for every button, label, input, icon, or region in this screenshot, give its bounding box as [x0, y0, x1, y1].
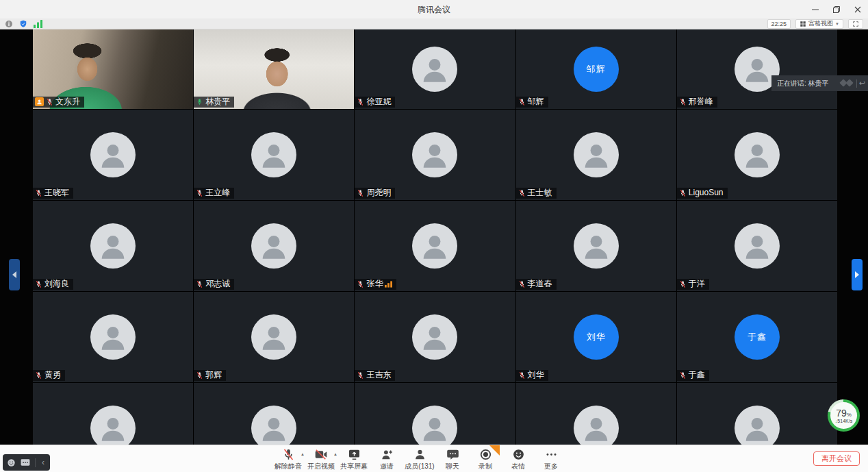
banner-divider: [856, 79, 857, 88]
participant-tile[interactable]: 王晓军: [33, 110, 193, 200]
collapse-arrow-icon[interactable]: ↩: [859, 79, 865, 87]
window-title: 腾讯会议: [418, 3, 450, 15]
network-quality-icon[interactable]: [34, 20, 42, 28]
restore-button[interactable]: [826, 0, 847, 18]
avatar: [412, 314, 457, 360]
minimize-button[interactable]: [804, 0, 826, 18]
mic-muted-icon: [357, 98, 364, 106]
unmute-button[interactable]: 解除静音 ▲: [272, 447, 305, 471]
avatar: [412, 132, 457, 177]
mic-muted-icon: [679, 371, 687, 380]
host-badge-icon: [35, 97, 44, 106]
window-controls: [804, 0, 868, 18]
participant-name-tag: 王晓军: [33, 188, 73, 199]
participant-tile[interactable]: [516, 383, 676, 445]
invite-person-icon: [381, 447, 394, 461]
participant-tile[interactable]: 王吉东: [355, 292, 515, 382]
person-silhouette-icon: [580, 139, 612, 171]
participant-tile[interactable]: [677, 383, 837, 445]
active-speaker-label: 正在讲话: 林贵平: [777, 79, 837, 88]
chat-bubble-icon: [446, 447, 459, 461]
participant-name-tag: 刘海良: [33, 279, 73, 290]
avatar: [412, 406, 457, 445]
participant-tile[interactable]: 徐亚妮: [355, 29, 515, 109]
participant-tile[interactable]: 于洋: [677, 201, 837, 291]
initials-avatar: 于鑫: [735, 314, 780, 360]
initials-avatar: 邹辉: [574, 47, 619, 92]
close-button[interactable]: [847, 0, 868, 18]
participant-tile[interactable]: 张华: [355, 201, 515, 291]
participant-tile[interactable]: 林贵平: [194, 29, 354, 109]
emoji-quick-icon[interactable]: [7, 458, 16, 467]
mic-muted-icon: [518, 371, 526, 380]
participant-tile[interactable]: 周尧明: [355, 110, 515, 200]
share-screen-button[interactable]: 共享屏幕: [337, 447, 370, 471]
keyboard-icon[interactable]: [21, 458, 30, 467]
security-shield-icon[interactable]: [19, 20, 27, 28]
participant-name: 王立峰: [205, 188, 230, 197]
participant-name: 王吉东: [366, 371, 391, 380]
record-button[interactable]: 录制: [469, 447, 502, 471]
meeting-info-icon[interactable]: [5, 20, 13, 28]
participant-tile[interactable]: 文东升: [33, 29, 193, 109]
previous-page-button[interactable]: [9, 259, 20, 290]
avatar: [90, 132, 136, 177]
participant-tile[interactable]: 黄勇: [33, 292, 193, 382]
chat-button[interactable]: 聊天: [436, 447, 469, 471]
participant-tile[interactable]: 邓志诚: [194, 201, 354, 291]
share-screen-label: 共享屏幕: [340, 462, 368, 471]
participant-tile[interactable]: 邹辉邹辉: [516, 29, 676, 109]
participant-name-tag: 徐亚妮: [355, 97, 395, 108]
person-silhouette-icon: [580, 230, 612, 262]
next-page-button[interactable]: [852, 259, 863, 290]
unmute-label: 解除静音: [275, 462, 302, 471]
initials-avatar: 刘华: [574, 314, 619, 360]
emoji-button[interactable]: 表情: [502, 447, 535, 471]
person-silhouette-icon: [741, 412, 773, 444]
members-button[interactable]: 成员(131): [403, 447, 436, 471]
participant-tile[interactable]: [33, 383, 193, 445]
mic-muted-icon: [357, 189, 364, 197]
participant-name-tag: 张华: [355, 279, 396, 290]
view-mode-label: 宫格视图: [808, 19, 833, 28]
participant-tile[interactable]: [194, 383, 354, 445]
participant-grid: 文东升林贵平徐亚妮邹辉邹辉邢誉峰王晓军王立峰周尧明王士敏LiguoSun刘海良邓…: [33, 29, 837, 445]
camera-off-icon: [314, 447, 328, 461]
avatar: [735, 223, 780, 269]
performance-gauge-face: 79% ↓514K/s: [830, 402, 857, 429]
chevron-left-icon[interactable]: ‹: [40, 458, 46, 467]
participant-tile[interactable]: 王立峰: [194, 110, 354, 200]
more-dots-icon: [545, 447, 558, 461]
mic-muted-icon: [35, 280, 42, 288]
battery-percent: 79%: [836, 408, 852, 418]
avatar: [735, 132, 780, 177]
person-silhouette-icon: [97, 230, 129, 262]
participant-name: 郭辉: [205, 371, 222, 380]
participant-tile[interactable]: 邢誉峰: [677, 29, 837, 109]
leave-meeting-button[interactable]: 离开会议: [813, 451, 860, 466]
participant-tile[interactable]: 王士敏: [516, 110, 676, 200]
participant-tile[interactable]: 李道春: [516, 201, 676, 291]
participant-name: 于鑫: [689, 371, 705, 380]
avatar: [251, 132, 296, 177]
emoji-label: 表情: [511, 462, 525, 471]
participant-tile[interactable]: 刘华刘华: [516, 292, 676, 382]
participant-tile[interactable]: LiguoSun: [677, 110, 837, 200]
participant-tile[interactable]: 郭辉: [194, 292, 354, 382]
fullscreen-icon: [852, 21, 859, 27]
avatar: [251, 406, 296, 445]
start-video-button[interactable]: 开启视频 ▲: [305, 447, 337, 471]
more-button[interactable]: 更多: [535, 447, 567, 471]
avatar: [251, 314, 296, 360]
members-label: 成员(131): [405, 462, 434, 471]
participant-name-tag: 郭辉: [194, 370, 226, 381]
invite-button[interactable]: 邀请: [370, 447, 403, 471]
participant-tile[interactable]: 刘海良: [33, 201, 193, 291]
participant-tile[interactable]: [355, 383, 515, 445]
participant-tile[interactable]: 于鑫于鑫: [677, 292, 837, 382]
avatar: [574, 132, 619, 177]
performance-gauge[interactable]: 79% ↓514K/s: [828, 399, 860, 432]
view-mode-button[interactable]: 宫格视图 ▼: [795, 19, 843, 29]
bottom-toolbar: 解除静音 ▲ 开启视频 ▲ 共享屏幕 邀请 成员(131: [0, 445, 868, 472]
fullscreen-button[interactable]: [848, 19, 863, 29]
